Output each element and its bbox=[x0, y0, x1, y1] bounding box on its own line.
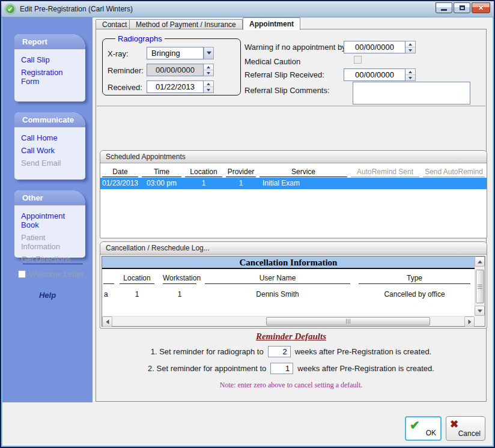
column-header-location[interactable]: Location bbox=[185, 168, 222, 177]
column-header-date[interactable]: Date bbox=[102, 168, 138, 177]
cell-truncated-date: a bbox=[102, 290, 115, 298]
titlebar[interactable]: ✔ Edit Pre-Registration (Carl Winters) ✕ bbox=[1, 1, 494, 17]
reminder-defaults-note: Note: enter zero above to cancel setting… bbox=[96, 381, 486, 390]
cancellation-information-banner: Cancellation Information bbox=[102, 256, 475, 269]
medical-caution-checkbox[interactable] bbox=[354, 56, 362, 64]
reminder-spinner bbox=[204, 64, 214, 76]
minimize-button[interactable] bbox=[436, 2, 452, 13]
column-header-service[interactable]: Service bbox=[260, 168, 347, 177]
warning-label: Warning if no appointment by: bbox=[244, 43, 348, 52]
cancellation-log-table: Cancellation Information Location Workst… bbox=[102, 256, 485, 327]
communicate-section-header: Communicate bbox=[14, 112, 85, 127]
other-section-header: Other bbox=[14, 190, 85, 205]
xray-dropdown-arrow-icon[interactable] bbox=[204, 47, 214, 59]
reminder-default-line-2: 2. Set reminder for appointment to weeks… bbox=[96, 363, 486, 374]
vertical-scroll-thumb[interactable] bbox=[476, 270, 484, 303]
window-controls: ✕ bbox=[436, 2, 490, 13]
column-header-time[interactable]: Time bbox=[142, 168, 181, 177]
appointment-row-selected[interactable]: 01/23/2013 03:00 pm 1 1 Initial Exam bbox=[100, 178, 487, 189]
sidebar-card-communicate: Communicate Call Home Call Work Send Ema… bbox=[14, 112, 85, 180]
ok-button[interactable]: ✔ OK bbox=[405, 416, 442, 441]
warning-date-input[interactable] bbox=[344, 41, 405, 53]
ok-label: OK bbox=[426, 429, 436, 437]
sidebar-item-appointment-book[interactable]: Appointment Book bbox=[14, 210, 85, 231]
referral-received-spinner[interactable] bbox=[405, 68, 416, 81]
maximize-button[interactable] bbox=[454, 2, 470, 13]
thumb-grip-icon bbox=[478, 285, 482, 289]
column-header-provider[interactable]: Provider bbox=[226, 168, 256, 177]
app-check-icon: ✔ bbox=[5, 4, 15, 14]
section-divider bbox=[97, 106, 485, 106]
scheduled-appointments-header-row: Date Time Location Provider Service Auto… bbox=[100, 163, 487, 178]
cell-location: 1 bbox=[183, 178, 224, 189]
cancellation-row[interactable]: a 1 1 Dennis Smith Cancelled by office bbox=[102, 290, 475, 298]
edit-preregistration-window: ✔ Edit Pre-Registration (Carl Winters) ✕… bbox=[0, 0, 495, 448]
close-icon: ✕ bbox=[478, 4, 484, 12]
referral-comments-textbox[interactable] bbox=[353, 82, 470, 104]
sidebar: Report Call Slip Registration Form Commu… bbox=[2, 17, 93, 402]
line2-prefix: 2. Set reminder for appointment to bbox=[148, 364, 266, 373]
received-date-input[interactable] bbox=[147, 80, 204, 93]
medical-caution-label: Medical Caution bbox=[244, 57, 300, 66]
welcome-letter-checkbox bbox=[18, 270, 26, 278]
report-section-header: Report bbox=[14, 34, 85, 49]
sidebar-item-call-work[interactable]: Call Work bbox=[14, 144, 85, 157]
sidebar-item-send-email: Send Email bbox=[14, 157, 85, 169]
radiographs-group-title: Radiographs bbox=[115, 34, 165, 43]
maximize-icon bbox=[460, 5, 465, 10]
radiograph-weeks-input[interactable] bbox=[268, 346, 291, 357]
cell-cl-location: 1 bbox=[115, 290, 159, 298]
reminder-date-field bbox=[147, 64, 214, 76]
received-label: Received: bbox=[108, 83, 142, 92]
tab-appointment[interactable]: Appointment bbox=[243, 17, 300, 30]
cancellation-header-row: Location Workstation User Name Type bbox=[102, 274, 475, 284]
appointment-weeks-input[interactable] bbox=[270, 363, 293, 374]
sidebar-item-patient-information: Patient Information bbox=[14, 231, 85, 253]
horizontal-scrollbar[interactable] bbox=[102, 316, 475, 326]
scrollbar-corner bbox=[475, 316, 485, 326]
referral-received-label: Referral Slip Received: bbox=[244, 70, 324, 79]
cancel-button[interactable]: ✖ Cancel bbox=[446, 416, 485, 441]
warning-spinner[interactable] bbox=[405, 41, 416, 53]
vertical-scrollbar[interactable] bbox=[475, 256, 485, 316]
scroll-up-icon[interactable] bbox=[475, 256, 485, 267]
cell-provider: 1 bbox=[224, 178, 258, 189]
cancellation-log-title: Cancellation / Reschedule Log... bbox=[100, 242, 487, 255]
scroll-left-icon[interactable] bbox=[102, 316, 112, 327]
referral-received-date-input[interactable] bbox=[344, 68, 405, 81]
welcome-letter-label: Welcome Letter bbox=[29, 270, 84, 279]
cell-send-autoremind bbox=[421, 178, 487, 189]
scroll-right-icon[interactable] bbox=[464, 316, 475, 327]
cell-autoremind-sent bbox=[349, 178, 421, 189]
cancellation-log-panel: Cancellation / Reschedule Log... Cancell… bbox=[100, 241, 487, 328]
xray-value-field[interactable] bbox=[147, 47, 204, 59]
column-header-workstation[interactable]: Workstation bbox=[163, 274, 196, 284]
column-header-cl-location[interactable]: Location bbox=[120, 274, 154, 284]
ok-check-icon: ✔ bbox=[410, 418, 420, 432]
reminder-default-line-1: 1. Set reminder for radiograph to weeks … bbox=[96, 346, 486, 357]
sidebar-item-call-slip[interactable]: Call Slip bbox=[14, 53, 85, 66]
xray-combobox[interactable] bbox=[147, 47, 214, 59]
column-header-user-name[interactable]: User Name bbox=[205, 274, 350, 284]
received-spinner[interactable] bbox=[204, 80, 214, 93]
cell-workstation: 1 bbox=[159, 290, 201, 298]
column-header-autoremind-sent: AutoRemind Sent bbox=[351, 168, 419, 177]
sidebar-item-call-home[interactable]: Call Home bbox=[14, 132, 85, 144]
warning-date-field bbox=[344, 41, 416, 53]
close-button[interactable]: ✕ bbox=[472, 2, 490, 13]
referral-comments-label: Referral Slip Comments: bbox=[244, 86, 330, 95]
cancel-x-icon: ✖ bbox=[450, 418, 458, 431]
sidebar-item-registration-form[interactable]: Registration Form bbox=[14, 66, 85, 88]
help-link[interactable]: Help bbox=[2, 291, 93, 300]
window-title: Edit Pre-Registration (Carl Winters) bbox=[20, 5, 133, 13]
reminder-defaults-title: Reminder Defaults bbox=[96, 331, 486, 342]
xray-label: X-ray: bbox=[108, 49, 129, 58]
sidebar-card-other: Other Appointment Book Patient Informati… bbox=[14, 190, 85, 258]
scroll-down-icon[interactable] bbox=[475, 306, 485, 316]
sidebar-card-report: Report Call Slip Registration Form bbox=[14, 34, 85, 101]
cell-type: Cancelled by office bbox=[354, 290, 475, 298]
column-header-type[interactable]: Type bbox=[359, 274, 470, 284]
thumb-grip-icon bbox=[346, 319, 350, 324]
horizontal-scroll-thumb[interactable] bbox=[266, 317, 430, 325]
appointment-tab-page: Radiographs X-ray: Reminder: Received: W… bbox=[96, 29, 487, 402]
